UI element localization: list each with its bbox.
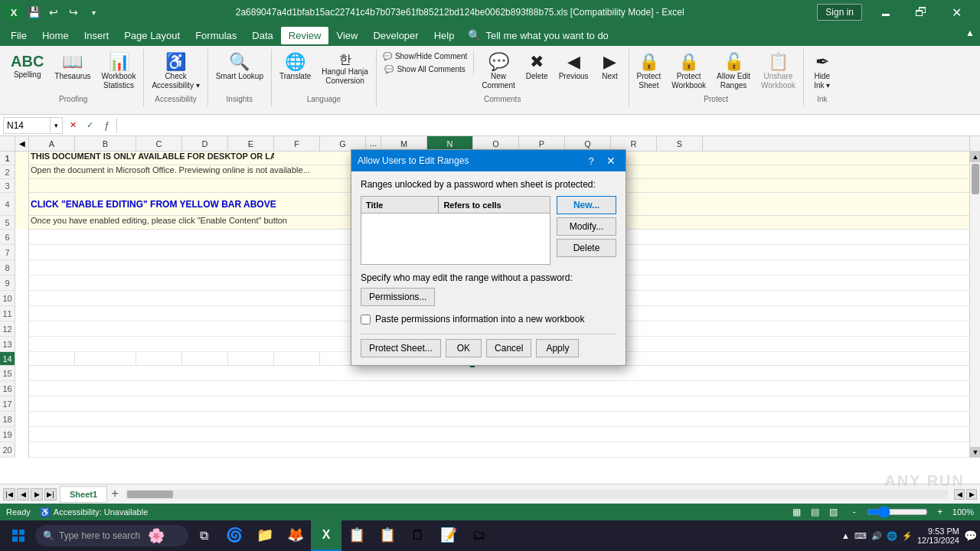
start-button[interactable] (3, 520, 34, 551)
dialog-close-btn[interactable]: ✕ (603, 152, 619, 169)
zoom-out-btn[interactable]: - (848, 506, 861, 518)
task-view-btn[interactable]: ⧉ (190, 520, 217, 551)
sheet-first-btn[interactable]: |◀ (3, 488, 15, 500)
menu-page-layout[interactable]: Page Layout (116, 27, 188, 44)
sheet-last-btn[interactable]: ▶| (44, 488, 57, 500)
menu-data[interactable]: Data (244, 27, 280, 44)
col-header-D[interactable]: D (182, 136, 228, 151)
sheet-tab-sheet1[interactable]: Sheet1 (60, 486, 107, 503)
taskbar-app4-btn[interactable]: 📝 (433, 520, 464, 551)
cell-F14[interactable] (274, 352, 320, 366)
col-header-B[interactable]: B (75, 136, 136, 151)
cell-C14[interactable] (136, 352, 182, 366)
col-header-E[interactable]: E (228, 136, 274, 151)
taskbar-edge-btn[interactable]: 🌀 (219, 520, 250, 551)
formula-input[interactable] (116, 118, 977, 133)
menu-help[interactable]: Help (426, 27, 462, 44)
menu-review[interactable]: Review (281, 27, 329, 44)
menu-view[interactable]: View (328, 27, 365, 44)
next-comment-btn[interactable]: ▶ Next (595, 51, 626, 84)
unshare-workbook-btn[interactable]: 📋 UnshareWorkbook (756, 51, 800, 93)
taskbar-firefox-btn[interactable]: 🦊 (280, 520, 311, 551)
taskbar-app5-btn[interactable]: 🗂 (464, 520, 495, 551)
cancel-btn[interactable]: Cancel (486, 339, 531, 357)
view-normal-btn[interactable]: ▦ (789, 506, 805, 518)
new-comment-btn[interactable]: 💬 NewComment (477, 51, 519, 93)
sheet-prev-btn[interactable]: ◀ (17, 488, 29, 500)
tray-up-arrow[interactable]: ▲ (841, 531, 850, 540)
menu-formulas[interactable]: Formulas (188, 27, 244, 44)
modify-range-btn[interactable]: Modify... (557, 217, 616, 236)
hscroll-right-btn[interactable]: ▶ (966, 489, 977, 500)
dialog-ranges-table[interactable]: Title Refers to cells (361, 196, 550, 265)
hscroll-thumb[interactable] (127, 491, 173, 498)
qa-dropdown-btn[interactable]: ▾ (84, 3, 103, 21)
smart-lookup-btn[interactable]: 🔍 Smart Lookup (211, 51, 268, 84)
check-accessibility-btn[interactable]: ♿ CheckAccessibility ▾ (147, 51, 204, 93)
vscroll-track[interactable] (970, 162, 980, 447)
hide-ink-btn[interactable]: ✒ HideInk ▾ (807, 51, 838, 93)
paste-permissions-checkbox[interactable] (361, 315, 371, 324)
show-all-comments-btn[interactable]: 💬 Show All Comments (380, 64, 470, 75)
taskbar-search-box[interactable]: 🔍 Type here to search 🌸 (35, 525, 188, 546)
protect-sheet-ribbon-btn[interactable]: 🔒 ProtectSheet (632, 51, 666, 93)
insert-function-btn[interactable]: ƒ (100, 119, 113, 132)
scroll-left-col-btn[interactable]: ◀ (15, 136, 29, 151)
cell-A1[interactable]: THIS DOCUMENT IS ONLY AVAILABLE FOR DESK… (29, 152, 274, 165)
taskbar-app2-btn[interactable]: 📋 (372, 520, 403, 551)
add-sheet-btn[interactable]: + (107, 486, 122, 501)
taskbar-excel-btn[interactable]: X (311, 520, 341, 551)
sign-in-button[interactable]: Sign in (817, 4, 862, 21)
taskbar-app1-btn[interactable]: 📋 (341, 520, 372, 551)
dialog-help-btn[interactable]: ? (583, 152, 599, 169)
previous-comment-btn[interactable]: ◀ Previous (554, 51, 593, 84)
thesaurus-btn[interactable]: 📖 Thesaurus (50, 51, 95, 84)
redo-btn[interactable]: ↪ (64, 3, 83, 21)
save-quick-btn[interactable]: 💾 (24, 3, 43, 21)
notification-btn[interactable]: 💬 (964, 530, 977, 542)
cell-D14[interactable] (182, 352, 228, 366)
vscroll-down-btn[interactable]: ▼ (970, 447, 980, 458)
ok-btn[interactable]: OK (446, 339, 482, 357)
cell-A5[interactable]: Once you have enabled editing, please cl… (29, 216, 297, 230)
view-break-btn[interactable]: ▧ (825, 506, 842, 518)
confirm-formula-btn[interactable]: ✓ (83, 119, 96, 132)
hscroll-track[interactable] (126, 490, 948, 499)
name-box[interactable] (4, 118, 50, 133)
name-box-dropdown[interactable]: ▾ (50, 117, 62, 134)
hangul-btn[interactable]: 한 Hangul HanjaConversion (317, 51, 373, 89)
new-range-btn[interactable]: New... (557, 196, 616, 214)
cell-A4[interactable]: CLICK "ENABLE EDITING" FROM YELLOW BAR A… (29, 193, 320, 216)
col-header-S[interactable]: S (657, 136, 703, 151)
spelling-btn[interactable]: ABC Spelling (6, 51, 48, 83)
protect-workbook-btn[interactable]: 🔒 ProtectWorkbook (667, 51, 710, 93)
allow-edit-ranges-btn[interactable]: 🔓 Allow EditRanges (712, 51, 755, 93)
menu-developer[interactable]: Developer (365, 27, 426, 44)
vscroll-up-btn[interactable]: ▲ (970, 152, 980, 162)
zoom-in-btn[interactable]: + (934, 506, 946, 518)
delete-range-btn[interactable]: Delete (557, 239, 616, 257)
cell-E14[interactable] (228, 352, 274, 366)
view-layout-btn[interactable]: ▤ (807, 506, 824, 518)
cancel-formula-btn[interactable]: ✕ (66, 119, 80, 132)
vertical-scrollbar[interactable]: ▲ ▼ (969, 152, 980, 458)
hscroll-left-btn[interactable]: ◀ (954, 489, 965, 500)
menu-insert[interactable]: Insert (77, 27, 117, 44)
apply-btn[interactable]: Apply (536, 339, 579, 357)
close-btn[interactable]: ✕ (939, 0, 974, 24)
show-hide-comment-btn[interactable]: 💬 Show/Hide Comment (380, 51, 470, 62)
clock[interactable]: 9:53 PM 12/13/2024 (917, 527, 959, 545)
cell-A2[interactable]: Open the document in Microsoft Office. P… (29, 165, 320, 179)
col-header-A[interactable]: A (29, 136, 75, 151)
protect-sheet-dialog-btn[interactable]: Protect Sheet... (361, 339, 441, 357)
sheet-next-btn[interactable]: ▶ (31, 488, 43, 500)
undo-btn[interactable]: ↩ (44, 3, 63, 21)
col-header-C[interactable]: C (136, 136, 182, 151)
cell-A14[interactable] (29, 352, 75, 366)
taskbar-app3-btn[interactable]: 🗒 (403, 520, 433, 551)
menu-home[interactable]: Home (34, 27, 77, 44)
zoom-slider[interactable] (867, 506, 928, 518)
ribbon-collapse-btn[interactable]: ▲ (963, 26, 977, 40)
permissions-btn[interactable]: Permissions... (361, 288, 435, 306)
menu-file[interactable]: File (3, 27, 34, 44)
